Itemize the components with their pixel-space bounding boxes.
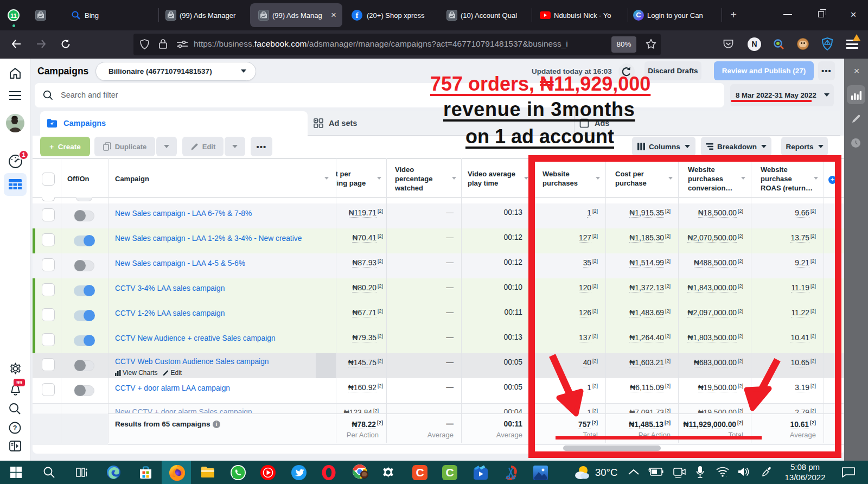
svg-text:.: . xyxy=(726,473,727,477)
svg-text:?: ? xyxy=(13,424,17,432)
